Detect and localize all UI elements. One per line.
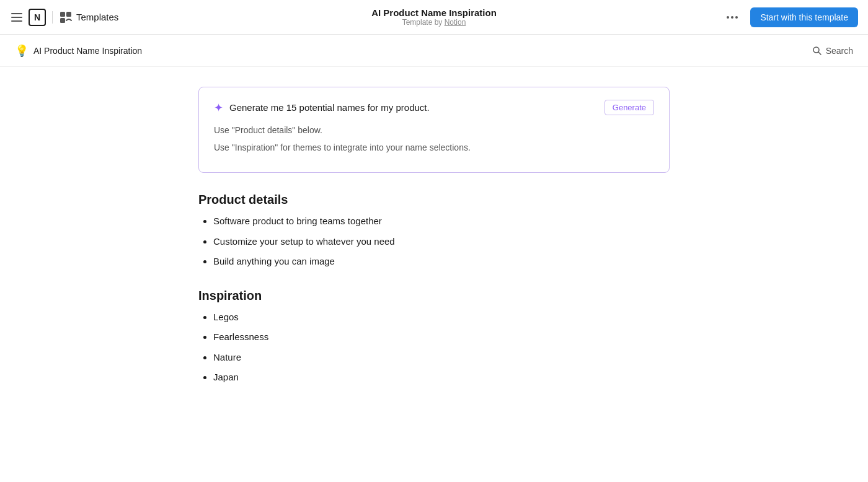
inspiration-list: Legos Fearlessness Nature Japan xyxy=(198,310,670,385)
list-item: Build anything you can image xyxy=(213,255,670,269)
breadcrumb-text: AI Product Name Inspiration xyxy=(33,46,142,56)
notion-logo-icon[interactable]: N xyxy=(29,9,46,26)
search-label: Search xyxy=(826,46,853,56)
top-nav: N Templates AI Product Name Inspiration … xyxy=(0,0,868,35)
inspiration-heading: Inspiration xyxy=(198,289,670,303)
list-item: Legos xyxy=(213,310,670,325)
list-item: Software product to bring teams together xyxy=(213,214,670,229)
more-options-button[interactable] xyxy=(722,12,743,22)
list-item: Customize your setup to whatever you nee… xyxy=(213,235,670,249)
breadcrumb: 💡 AI Product Name Inspiration xyxy=(15,45,142,56)
list-item: Nature xyxy=(213,351,670,365)
hamburger-menu-icon[interactable] xyxy=(10,10,25,25)
nav-left: N Templates xyxy=(10,9,118,26)
generate-button[interactable]: Generate xyxy=(604,100,654,115)
nav-divider xyxy=(52,11,53,24)
svg-rect-2 xyxy=(60,18,65,23)
ai-prompt-box: ✦ Generate me 15 potential names for my … xyxy=(198,87,670,173)
product-details-heading: Product details xyxy=(198,193,670,207)
notion-link[interactable]: Notion xyxy=(445,18,466,27)
list-item: Fearlessness xyxy=(213,330,670,344)
nav-right: Start with this template xyxy=(722,7,858,27)
ai-prompt-line2: Use "Inspiration" for themes to integrat… xyxy=(214,142,654,152)
search-icon xyxy=(812,46,822,56)
svg-rect-1 xyxy=(66,12,71,17)
product-details-list: Software product to bring teams together… xyxy=(198,214,670,269)
svg-rect-0 xyxy=(60,12,65,17)
sparkle-icon: ✦ xyxy=(214,101,223,115)
prompt-text: Generate me 15 potential names for my pr… xyxy=(229,102,430,113)
main-content: ✦ Generate me 15 potential names for my … xyxy=(198,67,670,482)
ai-prompt-text: ✦ Generate me 15 potential names for my … xyxy=(214,101,430,115)
template-byline: Template by Notion xyxy=(371,18,497,27)
svg-line-4 xyxy=(818,52,821,55)
start-template-button[interactable]: Start with this template xyxy=(750,7,858,27)
search-button[interactable]: Search xyxy=(812,46,853,56)
ai-prompt-header: ✦ Generate me 15 potential names for my … xyxy=(214,100,654,115)
ai-prompt-line1: Use "Product details" below. xyxy=(214,125,654,135)
breadcrumb-icon: 💡 xyxy=(15,45,29,56)
templates-label: Templates xyxy=(76,12,118,22)
list-item: Japan xyxy=(213,370,670,385)
page-title: AI Product Name Inspiration xyxy=(371,7,497,18)
secondary-bar: 💡 AI Product Name Inspiration Search xyxy=(0,35,868,67)
templates-icon xyxy=(59,11,73,24)
nav-center: AI Product Name Inspiration Template by … xyxy=(371,7,497,27)
